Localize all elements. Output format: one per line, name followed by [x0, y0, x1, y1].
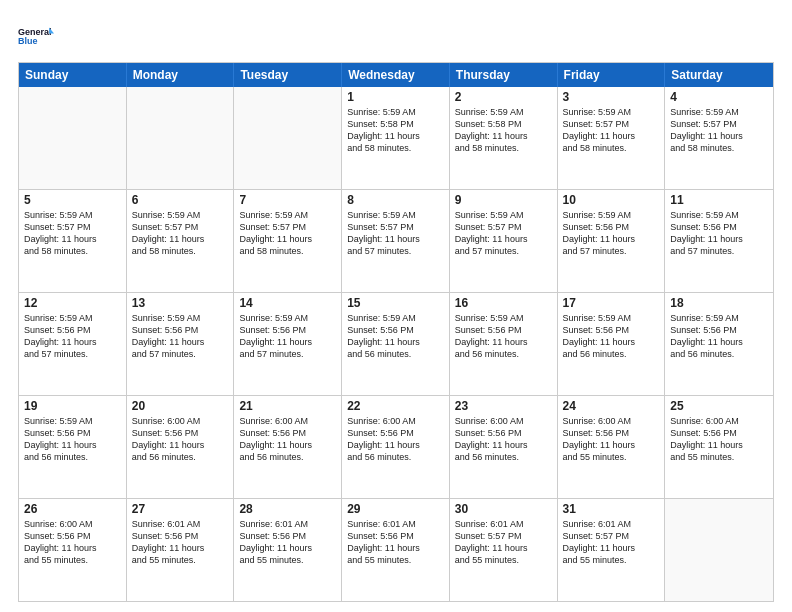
- calendar-cell: 23Sunrise: 6:00 AM Sunset: 5:56 PM Dayli…: [450, 396, 558, 498]
- cell-text: Sunrise: 5:59 AM Sunset: 5:56 PM Dayligh…: [24, 312, 121, 361]
- calendar-cell: 15Sunrise: 5:59 AM Sunset: 5:56 PM Dayli…: [342, 293, 450, 395]
- cell-text: Sunrise: 5:59 AM Sunset: 5:57 PM Dayligh…: [455, 209, 552, 258]
- calendar-row-2: 5Sunrise: 5:59 AM Sunset: 5:57 PM Daylig…: [19, 189, 773, 292]
- header-day-friday: Friday: [558, 63, 666, 87]
- page: General Blue SundayMondayTuesdayWednesda…: [0, 0, 792, 612]
- cell-text: Sunrise: 5:59 AM Sunset: 5:56 PM Dayligh…: [670, 312, 768, 361]
- day-number: 10: [563, 193, 660, 207]
- cell-text: Sunrise: 5:59 AM Sunset: 5:57 PM Dayligh…: [563, 106, 660, 155]
- logo-svg: General Blue: [18, 18, 54, 54]
- calendar-cell: 27Sunrise: 6:01 AM Sunset: 5:56 PM Dayli…: [127, 499, 235, 601]
- cell-text: Sunrise: 6:00 AM Sunset: 5:56 PM Dayligh…: [455, 415, 552, 464]
- cell-text: Sunrise: 5:59 AM Sunset: 5:56 PM Dayligh…: [455, 312, 552, 361]
- calendar-body: 1Sunrise: 5:59 AM Sunset: 5:58 PM Daylig…: [19, 87, 773, 601]
- cell-text: Sunrise: 5:59 AM Sunset: 5:56 PM Dayligh…: [347, 312, 444, 361]
- cell-text: Sunrise: 6:01 AM Sunset: 5:56 PM Dayligh…: [347, 518, 444, 567]
- day-number: 14: [239, 296, 336, 310]
- calendar: SundayMondayTuesdayWednesdayThursdayFrid…: [18, 62, 774, 602]
- cell-text: Sunrise: 5:59 AM Sunset: 5:57 PM Dayligh…: [670, 106, 768, 155]
- cell-text: Sunrise: 5:59 AM Sunset: 5:58 PM Dayligh…: [347, 106, 444, 155]
- day-number: 21: [239, 399, 336, 413]
- calendar-cell: 22Sunrise: 6:00 AM Sunset: 5:56 PM Dayli…: [342, 396, 450, 498]
- day-number: 27: [132, 502, 229, 516]
- calendar-cell: 11Sunrise: 5:59 AM Sunset: 5:56 PM Dayli…: [665, 190, 773, 292]
- day-number: 13: [132, 296, 229, 310]
- header-day-saturday: Saturday: [665, 63, 773, 87]
- calendar-row-1: 1Sunrise: 5:59 AM Sunset: 5:58 PM Daylig…: [19, 87, 773, 189]
- cell-text: Sunrise: 5:59 AM Sunset: 5:57 PM Dayligh…: [347, 209, 444, 258]
- cell-text: Sunrise: 6:01 AM Sunset: 5:57 PM Dayligh…: [455, 518, 552, 567]
- calendar-cell: 1Sunrise: 5:59 AM Sunset: 5:58 PM Daylig…: [342, 87, 450, 189]
- cell-text: Sunrise: 5:59 AM Sunset: 5:57 PM Dayligh…: [24, 209, 121, 258]
- cell-text: Sunrise: 6:01 AM Sunset: 5:56 PM Dayligh…: [239, 518, 336, 567]
- day-number: 19: [24, 399, 121, 413]
- calendar-cell: [19, 87, 127, 189]
- day-number: 17: [563, 296, 660, 310]
- cell-text: Sunrise: 5:59 AM Sunset: 5:56 PM Dayligh…: [670, 209, 768, 258]
- calendar-row-4: 19Sunrise: 5:59 AM Sunset: 5:56 PM Dayli…: [19, 395, 773, 498]
- cell-text: Sunrise: 6:00 AM Sunset: 5:56 PM Dayligh…: [670, 415, 768, 464]
- cell-text: Sunrise: 5:59 AM Sunset: 5:56 PM Dayligh…: [132, 312, 229, 361]
- calendar-cell: 16Sunrise: 5:59 AM Sunset: 5:56 PM Dayli…: [450, 293, 558, 395]
- svg-text:General: General: [18, 27, 52, 37]
- cell-text: Sunrise: 6:00 AM Sunset: 5:56 PM Dayligh…: [24, 518, 121, 567]
- header-day-monday: Monday: [127, 63, 235, 87]
- cell-text: Sunrise: 5:59 AM Sunset: 5:56 PM Dayligh…: [563, 312, 660, 361]
- calendar-cell: 24Sunrise: 6:00 AM Sunset: 5:56 PM Dayli…: [558, 396, 666, 498]
- cell-text: Sunrise: 5:59 AM Sunset: 5:56 PM Dayligh…: [24, 415, 121, 464]
- calendar-cell: 18Sunrise: 5:59 AM Sunset: 5:56 PM Dayli…: [665, 293, 773, 395]
- logo: General Blue: [18, 18, 54, 54]
- cell-text: Sunrise: 6:00 AM Sunset: 5:56 PM Dayligh…: [347, 415, 444, 464]
- calendar-cell: 9Sunrise: 5:59 AM Sunset: 5:57 PM Daylig…: [450, 190, 558, 292]
- day-number: 11: [670, 193, 768, 207]
- svg-text:Blue: Blue: [18, 36, 38, 46]
- calendar-cell: 20Sunrise: 6:00 AM Sunset: 5:56 PM Dayli…: [127, 396, 235, 498]
- header-day-sunday: Sunday: [19, 63, 127, 87]
- day-number: 22: [347, 399, 444, 413]
- day-number: 12: [24, 296, 121, 310]
- day-number: 25: [670, 399, 768, 413]
- calendar-cell: 17Sunrise: 5:59 AM Sunset: 5:56 PM Dayli…: [558, 293, 666, 395]
- header: General Blue: [18, 18, 774, 54]
- day-number: 5: [24, 193, 121, 207]
- calendar-cell: 19Sunrise: 5:59 AM Sunset: 5:56 PM Dayli…: [19, 396, 127, 498]
- calendar-cell: 6Sunrise: 5:59 AM Sunset: 5:57 PM Daylig…: [127, 190, 235, 292]
- day-number: 24: [563, 399, 660, 413]
- day-number: 30: [455, 502, 552, 516]
- day-number: 18: [670, 296, 768, 310]
- calendar-cell: 7Sunrise: 5:59 AM Sunset: 5:57 PM Daylig…: [234, 190, 342, 292]
- day-number: 9: [455, 193, 552, 207]
- calendar-cell: 10Sunrise: 5:59 AM Sunset: 5:56 PM Dayli…: [558, 190, 666, 292]
- cell-text: Sunrise: 6:01 AM Sunset: 5:57 PM Dayligh…: [563, 518, 660, 567]
- day-number: 4: [670, 90, 768, 104]
- calendar-cell: 21Sunrise: 6:00 AM Sunset: 5:56 PM Dayli…: [234, 396, 342, 498]
- day-number: 26: [24, 502, 121, 516]
- cell-text: Sunrise: 6:00 AM Sunset: 5:56 PM Dayligh…: [563, 415, 660, 464]
- calendar-cell: [665, 499, 773, 601]
- cell-text: Sunrise: 6:00 AM Sunset: 5:56 PM Dayligh…: [132, 415, 229, 464]
- calendar-cell: 2Sunrise: 5:59 AM Sunset: 5:58 PM Daylig…: [450, 87, 558, 189]
- calendar-cell: 3Sunrise: 5:59 AM Sunset: 5:57 PM Daylig…: [558, 87, 666, 189]
- day-number: 23: [455, 399, 552, 413]
- calendar-row-5: 26Sunrise: 6:00 AM Sunset: 5:56 PM Dayli…: [19, 498, 773, 601]
- calendar-cell: 5Sunrise: 5:59 AM Sunset: 5:57 PM Daylig…: [19, 190, 127, 292]
- calendar-cell: [234, 87, 342, 189]
- cell-text: Sunrise: 6:00 AM Sunset: 5:56 PM Dayligh…: [239, 415, 336, 464]
- day-number: 8: [347, 193, 444, 207]
- calendar-cell: 26Sunrise: 6:00 AM Sunset: 5:56 PM Dayli…: [19, 499, 127, 601]
- calendar-cell: 4Sunrise: 5:59 AM Sunset: 5:57 PM Daylig…: [665, 87, 773, 189]
- day-number: 1: [347, 90, 444, 104]
- day-number: 31: [563, 502, 660, 516]
- header-day-wednesday: Wednesday: [342, 63, 450, 87]
- day-number: 2: [455, 90, 552, 104]
- day-number: 7: [239, 193, 336, 207]
- calendar-cell: 28Sunrise: 6:01 AM Sunset: 5:56 PM Dayli…: [234, 499, 342, 601]
- calendar-cell: [127, 87, 235, 189]
- header-day-tuesday: Tuesday: [234, 63, 342, 87]
- calendar-header: SundayMondayTuesdayWednesdayThursdayFrid…: [19, 63, 773, 87]
- calendar-cell: 13Sunrise: 5:59 AM Sunset: 5:56 PM Dayli…: [127, 293, 235, 395]
- calendar-cell: 12Sunrise: 5:59 AM Sunset: 5:56 PM Dayli…: [19, 293, 127, 395]
- cell-text: Sunrise: 5:59 AM Sunset: 5:57 PM Dayligh…: [132, 209, 229, 258]
- day-number: 15: [347, 296, 444, 310]
- calendar-cell: 8Sunrise: 5:59 AM Sunset: 5:57 PM Daylig…: [342, 190, 450, 292]
